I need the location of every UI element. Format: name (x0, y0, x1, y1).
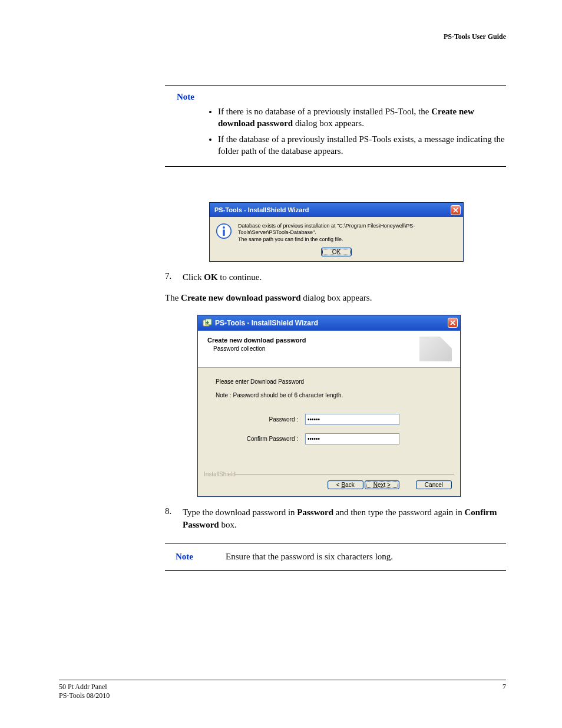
page-footer: 50 Pt Addr Panel PS-Tools 08/2010 7 (59, 680, 506, 700)
installshield-brand: InstallShield (198, 471, 460, 476)
wizard-title: PS-Tools - InstallShield Wizard (215, 319, 448, 327)
next-button[interactable]: Next > (365, 480, 399, 489)
note-label: Note (165, 552, 226, 562)
wizard-prompt: Please enter Download Password (216, 378, 442, 385)
wizard-banner-image (419, 337, 452, 361)
confirm-password-label: Confirm Password : (216, 436, 305, 442)
wizard-titlebar: PS-Tools - InstallShield Wizard (198, 315, 460, 331)
close-icon[interactable] (451, 205, 461, 215)
note-box-1: Note If there is no database of a previo… (165, 85, 506, 167)
note-text: Ensure that the password is six characte… (226, 552, 506, 562)
message-box-text: Database exists of previous installation… (238, 223, 457, 243)
info-icon (216, 223, 232, 239)
password-label: Password : (216, 416, 305, 423)
footer-line-2: PS-Tools 08/2010 (59, 691, 110, 700)
step-7: 7. Click OK to continue. (165, 271, 506, 284)
footer-line-1: 50 Pt Addr Panel (59, 683, 110, 691)
installer-icon (203, 318, 212, 328)
confirm-password-input[interactable] (305, 433, 399, 444)
note-box-2: Note Ensure that the password is six cha… (165, 543, 506, 571)
note-bullet-2: If the database of a previously installe… (218, 133, 506, 157)
page-number: 7 (503, 683, 506, 700)
paragraph: The Create new download password dialog … (165, 293, 506, 303)
svg-point-1 (223, 226, 225, 229)
svg-rect-2 (223, 229, 225, 236)
cancel-button[interactable]: Cancel (416, 480, 452, 489)
note-bullet-1: If there is no database of a previously … (218, 106, 506, 130)
message-box: PS-Tools - InstallShield Wizard Database… (209, 202, 464, 262)
wizard-header: Create new download password Password co… (198, 331, 460, 368)
note-label: Note (177, 92, 506, 102)
message-box-title: PS-Tools - InstallShield Wizard (214, 206, 451, 213)
wizard-dialog: PS-Tools - InstallShield Wizard Create n… (197, 315, 461, 497)
step-number: 7. (165, 271, 183, 284)
step-8: 8. Type the download password in Passwor… (165, 506, 506, 531)
wizard-header-subtitle: Password collection (213, 345, 414, 352)
close-icon[interactable] (448, 318, 458, 328)
wizard-header-title: Create new download password (207, 337, 414, 344)
page-header-title: PS-Tools User Guide (59, 32, 506, 41)
message-box-titlebar: PS-Tools - InstallShield Wizard (210, 203, 463, 217)
ok-button[interactable]: OK (321, 248, 352, 256)
back-button[interactable]: < Back (328, 480, 363, 489)
step-number: 8. (165, 506, 183, 531)
wizard-note: Note : Password should be of 6 character… (216, 392, 442, 398)
password-input[interactable] (305, 414, 399, 425)
